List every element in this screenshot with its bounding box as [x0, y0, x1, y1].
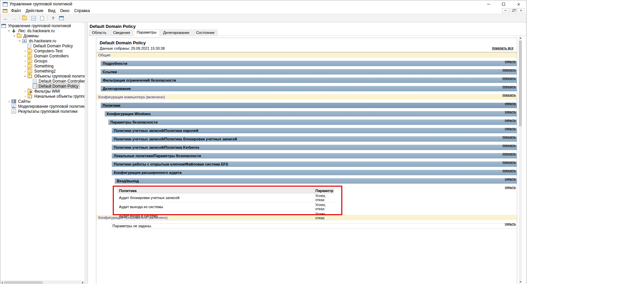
chevron-collapsed-icon[interactable]: [23, 59, 28, 63]
scroll-left-icon[interactable]: [0, 281, 4, 284]
tree-item-label[interactable]: Default Domain Policy: [33, 44, 73, 48]
tree-item-domain[interactable]: ds.hackware.ru: [0, 38, 85, 43]
toggle-link[interactable]: показать: [502, 169, 516, 172]
chevron-expanded-icon[interactable]: [7, 29, 11, 33]
scroll-down-icon[interactable]: [519, 280, 522, 284]
menu-item-view[interactable]: Вид: [46, 8, 58, 14]
close-button[interactable]: ×: [511, 0, 526, 8]
window-icon[interactable]: [58, 15, 64, 21]
toggle-link[interactable]: скрыть: [505, 60, 516, 63]
tree-item-label[interactable]: Лес: ds.hackware.ru: [17, 29, 55, 33]
chevron-expanded-icon[interactable]: [17, 39, 22, 43]
maximize-button[interactable]: [496, 0, 511, 8]
tree-item-label[interactable]: ds.hackware.ru: [28, 39, 57, 43]
child-minimize-button[interactable]: [502, 8, 509, 13]
tree-item-wmi-filters[interactable]: Фильтры WMI: [0, 89, 85, 94]
tree-item-label[interactable]: Default Domain Controllers Policy: [38, 79, 85, 84]
tree-item-results[interactable]: Результаты групповой политики: [0, 109, 85, 114]
tree-item-modeling[interactable]: Моделирование групповой политики: [0, 104, 85, 109]
tree-item-gpo[interactable]: Default Domain Controllers Policy: [0, 79, 85, 84]
tree-horizontal-scrollbar[interactable]: [0, 281, 85, 284]
tree-item-label[interactable]: Результаты групповой политики: [17, 109, 78, 114]
tree-item-label[interactable]: Начальные объекты групповой поли: [34, 94, 85, 99]
console-tree-icon[interactable]: [22, 15, 28, 21]
chevron-collapsed-icon[interactable]: [23, 94, 28, 99]
document-icon[interactable]: [39, 15, 45, 21]
toggle-link[interactable]: показать: [502, 152, 516, 155]
tree-item-label[interactable]: Domain Controllers: [34, 54, 69, 58]
toggle-link[interactable]: показать: [502, 144, 516, 147]
menu-item-action[interactable]: Действие: [23, 8, 46, 14]
tree-item-label[interactable]: Сайты: [17, 99, 31, 104]
tree-item-label[interactable]: Computers-Test: [34, 49, 63, 53]
console-window-icon[interactable]: [3, 9, 7, 13]
tab-scope[interactable]: Область: [89, 30, 109, 36]
toggle-link[interactable]: скрыть: [505, 119, 516, 122]
scrollbar-thumb[interactable]: [519, 41, 522, 126]
tree-item-gpo-selected[interactable]: Default Domain Policy: [0, 84, 85, 89]
tree-item-ou[interactable]: Computers-Test: [0, 48, 85, 53]
child-close-button[interactable]: ×: [517, 8, 525, 13]
toggle-link[interactable]: скрыть: [505, 177, 516, 181]
chevron-collapsed-icon[interactable]: [23, 69, 28, 74]
tab-status[interactable]: Состояние: [193, 30, 217, 36]
chevron-collapsed-icon[interactable]: [23, 49, 28, 53]
tree-item-label[interactable]: Объекты групповой политики: [34, 74, 85, 79]
tree-item-ou[interactable]: Groups: [0, 58, 85, 63]
forward-icon[interactable]: [11, 15, 17, 21]
chevron-collapsed-icon[interactable]: [23, 89, 28, 94]
child-restore-button[interactable]: [510, 8, 517, 13]
section-security-settings: Параметры безопасности: [108, 120, 517, 125]
tree-item-root[interactable]: Управление групповой политикой: [0, 23, 85, 28]
scroll-right-icon[interactable]: [81, 281, 85, 284]
chevron-expanded-icon[interactable]: [23, 74, 28, 79]
tab-details[interactable]: Сведения: [110, 30, 133, 36]
tree-item-gpo-container[interactable]: Объекты групповой политики: [0, 74, 85, 79]
minimize-button[interactable]: [481, 0, 496, 8]
toggle-link[interactable]: показать: [502, 135, 516, 139]
chevron-collapsed-icon[interactable]: [23, 64, 28, 68]
toggle-link[interactable]: скрыть: [505, 110, 516, 113]
export-list-icon[interactable]: [31, 15, 37, 21]
tree-item-label[interactable]: Моделирование групповой политики: [17, 104, 85, 109]
scrollbar-thumb[interactable]: [4, 281, 43, 284]
toggle-link[interactable]: показать: [502, 85, 516, 88]
help-icon[interactable]: [50, 15, 56, 21]
tree-item-ou[interactable]: Something2: [0, 68, 85, 74]
toggle-link[interactable]: скрыть: [505, 127, 516, 130]
tree-item-label[interactable]: Домены: [23, 34, 39, 38]
report-vertical-scrollbar[interactable]: [519, 36, 522, 284]
tree-item-label[interactable]: Something: [34, 64, 54, 68]
panel-splitter[interactable]: [85, 22, 88, 284]
chevron-collapsed-icon[interactable]: [23, 54, 28, 58]
tree-item-ou[interactable]: Domain Controllers: [0, 53, 85, 58]
tree-item-label[interactable]: Default Domain Policy: [38, 84, 79, 89]
tab-delegation[interactable]: Делегирование: [160, 30, 192, 36]
toggle-link[interactable]: скрыть: [505, 222, 516, 226]
tree-item-label[interactable]: Фильтры WMI: [34, 89, 61, 94]
scroll-up-icon[interactable]: [519, 36, 522, 40]
tree-item-label[interactable]: Управление групповой политикой: [7, 23, 71, 28]
tree-item-domains[interactable]: Домены: [0, 33, 85, 38]
menu-item-file[interactable]: Файл: [9, 8, 23, 14]
tree-item-starter-gpos[interactable]: Начальные объекты групповой поли: [0, 94, 85, 99]
tree-item-label[interactable]: Something2: [34, 69, 56, 74]
tree-item-label[interactable]: Groups: [34, 59, 48, 63]
menu-item-window[interactable]: Окно: [58, 8, 72, 14]
chevron-expanded-icon[interactable]: [12, 34, 17, 38]
toggle-link[interactable]: скрыть: [505, 102, 516, 105]
tab-settings[interactable]: Параметры: [134, 29, 159, 36]
toggle-link[interactable]: показать: [502, 77, 516, 80]
menu-item-help[interactable]: Справка: [72, 8, 92, 14]
show-all-link[interactable]: показать все: [492, 46, 513, 51]
section-general: Общие: [96, 52, 517, 58]
tree-item-sites[interactable]: Сайты: [0, 99, 85, 104]
tree-item-gpo-link[interactable]: Default Domain Policy: [0, 43, 85, 48]
toggle-link[interactable]: показать: [502, 68, 516, 72]
toggle-link[interactable]: показать: [502, 160, 516, 164]
tree-item-forest[interactable]: Лес: ds.hackware.ru: [0, 28, 85, 33]
back-icon[interactable]: [3, 15, 9, 21]
toggle-link[interactable]: показать: [502, 93, 516, 97]
tree-item-ou[interactable]: Something: [0, 63, 85, 68]
chevron-collapsed-icon[interactable]: [7, 99, 11, 104]
